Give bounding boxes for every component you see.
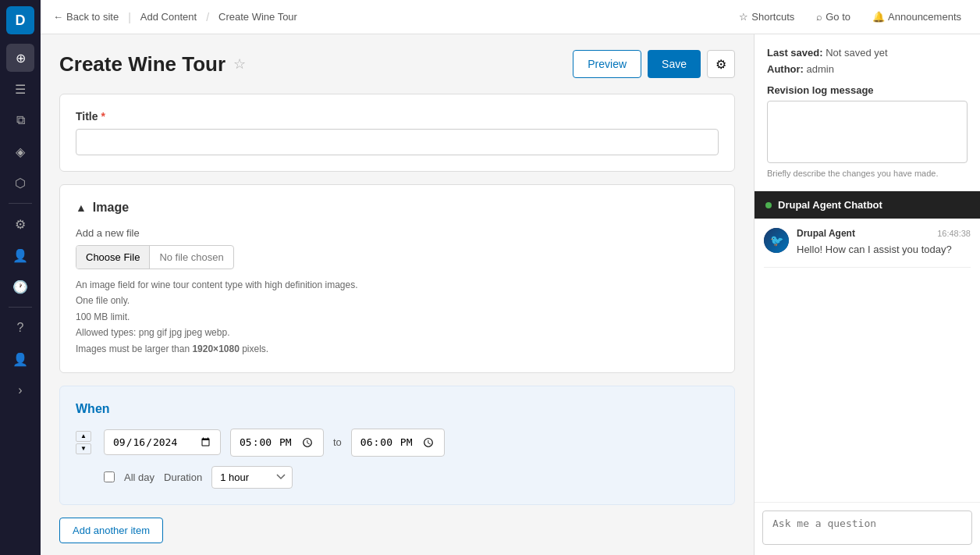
end-time-input[interactable] [351,429,445,457]
chat-meta: Drupal Agent 16:48:38 [797,228,971,239]
start-time-input[interactable] [230,429,324,457]
adjust-up-btn[interactable]: ▲ [76,431,91,442]
revision-hint: Briefly describe the changes you have ma… [767,169,968,178]
chatbot-header: Drupal Agent Chatbot [755,191,980,219]
file-hint-3: 100 MB limit. [76,309,719,325]
date-adjust-arrows: ▲ ▼ [76,431,91,454]
goto-button[interactable]: ⌕ Go to [810,8,857,26]
sidebar-btn-help[interactable]: ? [6,314,34,342]
agent-avatar-inner: 🐦 [764,228,789,253]
announcements-label: Announcements [888,11,961,23]
chat-message: 🐦 Drupal Agent 16:48:38 Hello! How can I… [764,228,971,258]
right-panel: Last saved: Not saved yet Author: admin … [754,34,980,555]
gear-icon: ⚙ [715,57,726,72]
duration-select[interactable]: 1 hour 30 minutes 2 hours 3 hours [211,466,293,489]
file-input-wrap: Choose File No file chosen [76,245,234,269]
file-hint-2: One file only. [76,293,719,308]
breadcrumb-add-content[interactable]: Add Content [140,11,197,23]
chatbot-messages: 🐦 Drupal Agent 16:48:38 Hello! How can I… [755,219,980,502]
announcements-button[interactable]: 🔔 Announcements [866,8,968,26]
meta-panel: Last saved: Not saved yet Author: admin … [755,34,980,191]
title-input[interactable] [76,129,719,155]
adjust-down-btn[interactable]: ▼ [76,443,91,454]
file-hint-1: An image field for wine tour content typ… [76,277,719,293]
goto-label: Go to [826,11,850,23]
star-icon: ☆ [739,11,748,23]
save-button[interactable]: Save [648,50,701,78]
breadcrumb-create-wine-tour: Create Wine Tour [218,11,297,23]
sidebar-btn-expand[interactable]: › [6,376,34,404]
sidebar-btn-layout[interactable]: ⧉ [6,106,34,134]
message-text: Hello! How can I assist you today? [797,242,971,258]
author-value: admin [807,63,834,75]
file-name-display: No file chosen [150,246,233,269]
agent-name: Drupal Agent [797,228,855,239]
to-label: to [333,436,342,448]
chat-content: Drupal Agent 16:48:38 Hello! How can I a… [797,228,971,258]
file-hints: An image field for wine tour content typ… [76,277,719,357]
add-file-label: Add a new file [76,227,719,239]
agent-avatar: 🐦 [764,228,789,253]
allday-checkbox[interactable] [104,471,115,482]
chatbot-panel: Drupal Agent Chatbot 🐦 Drupal Agent 16:4… [755,191,980,555]
message-time: 16:48:38 [937,229,971,238]
chatbot-online-dot [765,202,772,208]
title-label: Title * [76,110,719,123]
breadcrumb-sep-1: | [128,11,131,23]
content-area: Create Wine Tour ☆ Preview Save ⚙ Title … [41,34,980,555]
drupal-logo[interactable]: D [6,6,34,34]
back-to-site-label: Back to site [66,11,119,23]
shortcuts-button[interactable]: ☆ Shortcuts [733,8,801,26]
chat-divider [764,267,971,268]
last-saved-value: Not saved yet [826,47,888,59]
sidebar-btn-menu[interactable]: ☰ [6,75,34,103]
chatbot-input-area [755,502,980,555]
sidebar-divider [9,203,32,204]
last-saved-label: Last saved: [767,47,823,59]
back-arrow-icon: ← [53,11,63,23]
file-hint-4: Allowed types: png gif jpg jpeg webp. [76,325,719,340]
sidebar-btn-users[interactable]: 👤 [6,241,34,269]
when-title: When [76,402,719,416]
sidebar-divider-2 [9,307,32,308]
sidebar-btn-fields[interactable]: ◈ [6,137,34,165]
sidebar-btn-add[interactable]: ⊕ [6,44,34,72]
duration-label: Duration [164,471,202,483]
required-marker: * [98,110,105,123]
sidebar-btn-recent[interactable]: 🕐 [6,272,34,301]
date-input[interactable] [104,429,221,455]
title-field-card: Title * [59,94,735,172]
main-container: ← Back to site | Add Content / Create Wi… [41,0,980,555]
author-label: Author: [767,63,804,75]
sidebar-btn-settings[interactable]: ⚙ [6,210,34,238]
preview-button[interactable]: Preview [573,50,641,78]
add-another-item-button[interactable]: Add another item [59,518,163,543]
search-icon: ⌕ [816,11,822,23]
back-to-site-link[interactable]: ← Back to site [53,11,119,23]
image-section-header: ▲ Image [76,201,719,215]
allday-row: All day Duration 1 hour 30 minutes 2 hou… [104,466,719,489]
last-saved-row: Last saved: Not saved yet [767,47,968,59]
revision-textarea[interactable] [767,101,968,163]
when-card: When ▲ ▼ to All day Duration 1 [59,386,735,505]
file-hint-5: Images must be larger than 1920×1080 pix… [76,341,719,357]
favorite-star-icon[interactable]: ☆ [233,55,246,73]
image-card: ▲ Image Add a new file Choose File No fi… [59,184,735,373]
page-title-wrap: Create Wine Tour ☆ [59,52,246,76]
allday-label[interactable]: All day [124,471,154,483]
chatbot-title: Drupal Agent Chatbot [778,199,882,211]
sidebar-btn-account[interactable]: 👤 [6,345,34,373]
chatbot-input[interactable] [762,511,972,545]
settings-button[interactable]: ⚙ [707,50,735,78]
shortcuts-label: Shortcuts [751,11,794,23]
when-date-row: ▲ ▼ to [76,429,719,457]
choose-file-button[interactable]: Choose File [76,246,150,269]
page-title: Create Wine Tour [59,52,225,76]
image-collapse-icon[interactable]: ▲ [76,201,87,214]
header-actions: Preview Save ⚙ [573,50,735,78]
image-section-title: Image [93,201,129,215]
sidebar-btn-modules[interactable]: ⬡ [6,169,34,197]
form-area: Create Wine Tour ☆ Preview Save ⚙ Title … [41,34,754,555]
revision-section-title: Revision log message [767,84,968,96]
author-row: Author: admin [767,63,968,75]
